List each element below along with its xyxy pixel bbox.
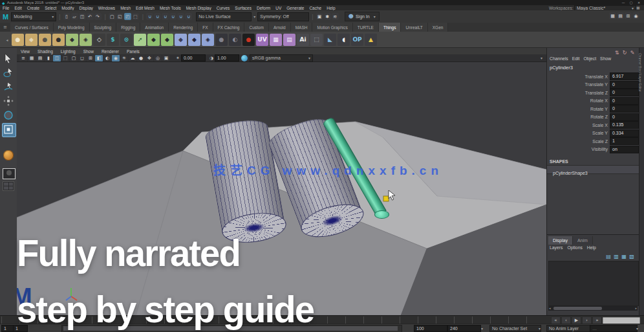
history-icon[interactable]: ≋ [332, 13, 339, 20]
window-control-button[interactable]: ▢ [627, 1, 635, 5]
shelf-tool-icon[interactable]: ◆ [175, 34, 187, 46]
exposure-icon[interactable]: ✶ [176, 56, 180, 61]
shelf-tab[interactable]: Motion Graphics [312, 23, 352, 32]
channel-value-field[interactable]: 0.334 [610, 129, 639, 137]
shelf-tool-icon[interactable]: ◆ [147, 34, 160, 46]
snap-icon[interactable]: ∪ [185, 13, 192, 20]
character-set-select[interactable]: No Character Set [489, 325, 541, 332]
shelf-tool-icon[interactable]: ◐ [229, 34, 241, 46]
menu-item[interactable]: Deform [254, 6, 273, 10]
menu-item[interactable]: Display [76, 6, 95, 10]
shelf-tool-icon[interactable]: ● [39, 34, 51, 46]
symmetry-field[interactable]: Symmetry: Off [257, 12, 309, 21]
shelf-menu-icon[interactable]: ◂ [3, 38, 12, 42]
channel-value-field[interactable]: 6.917 [610, 72, 639, 80]
file-action-icon[interactable]: ↶ [87, 13, 94, 20]
panel-menu-item[interactable]: Renderer [98, 49, 123, 54]
shelf-tool-icon[interactable]: UV [256, 34, 268, 46]
shelf-tool-icon[interactable]: ◖ [338, 34, 350, 46]
menu-item[interactable]: UV [273, 6, 284, 10]
viewport-toolbar-icon[interactable]: ◎ [154, 55, 162, 61]
window-control-button[interactable]: — [619, 1, 627, 5]
shelf-tool-icon[interactable]: ◆ [25, 34, 38, 46]
snap-icon[interactable]: ∪ [146, 13, 153, 20]
menu-item[interactable]: Windows [96, 6, 118, 10]
chevron-down-icon[interactable]: ▾ [636, 326, 638, 331]
exposure-field[interactable]: 0.00 [181, 54, 206, 61]
scroll-right-icon[interactable]: ▸ [635, 306, 637, 310]
new-layer-icon[interactable]: ▧ [628, 253, 636, 260]
window-control-button[interactable]: ✕ [635, 1, 643, 5]
chevron-down-icon[interactable]: ▾ [539, 326, 541, 331]
viewport-toolbar-icon[interactable]: ◫ [53, 55, 61, 61]
menu-item[interactable]: File [0, 6, 12, 10]
layer-editor-menu-item[interactable]: Layers [549, 245, 566, 250]
shelf-tool-icon[interactable]: ⬚ [310, 34, 323, 46]
history-icon[interactable]: ✱ [324, 13, 331, 20]
shelf-tool-icon[interactable]: ◆ [66, 34, 78, 46]
channel-box-top-icon[interactable]: ↻ [621, 49, 628, 56]
channel-value-field[interactable]: 0 [610, 81, 639, 89]
viewport-toolbar-icon[interactable]: ▦ [28, 55, 36, 61]
layer-editor-tab[interactable]: Display [548, 236, 573, 245]
viewport-toolbar-icon[interactable]: ◉ [112, 55, 120, 61]
shelf-collapse-icon[interactable]: ≡ [0, 25, 10, 30]
shelf-tab[interactable]: Custom [244, 23, 268, 32]
selection-mask-icon[interactable]: ◰ [124, 13, 131, 20]
channel-value-field[interactable]: 0 [610, 89, 639, 96]
viewport-toolbar-icon[interactable]: ✥ [145, 55, 153, 61]
shelf-tool-icon[interactable]: ◆ [188, 34, 200, 46]
layout-single-pane-button[interactable] [3, 168, 16, 179]
channel-value-field[interactable]: 1 [610, 137, 639, 145]
sidebar-tab-strip[interactable]: Channel Box / Layer Editor [639, 48, 644, 315]
menu-item[interactable]: Generate [284, 6, 306, 10]
shelf-tool-icon[interactable]: ➚ [134, 34, 146, 46]
channel-box-menu-item[interactable]: Edit [572, 56, 583, 61]
channel-value-field[interactable]: 0 [610, 105, 639, 113]
menu-item[interactable]: Modify [59, 6, 76, 10]
channel-value-field[interactable]: 0 [610, 97, 639, 105]
layer-list-area[interactable] [548, 261, 639, 306]
selection-mask-icon[interactable]: ◱ [116, 13, 123, 20]
selection-mask-icon[interactable]: ⬚ [132, 13, 139, 20]
viewport-toolbar-icon[interactable]: ▢ [70, 55, 78, 61]
range-end-field[interactable]: 240 [447, 325, 481, 332]
new-layer-icon[interactable]: ▥ [612, 253, 620, 260]
viewport-toolbar-icon[interactable]: ◧ [95, 55, 103, 61]
shelf-tab[interactable]: Animation [140, 23, 169, 32]
snap-icon[interactable]: ∪ [154, 13, 161, 20]
lasso-tool[interactable] [3, 67, 14, 78]
shelf-tab[interactable]: Arnold [269, 23, 291, 32]
menu-item[interactable]: Edit [12, 6, 24, 10]
toolbox-toggle-icon[interactable]: ⊞ [625, 12, 632, 19]
toolbox-toggle-icon[interactable]: ▤ [617, 12, 624, 19]
shelf-tab[interactable]: Poly Modeling [54, 23, 90, 32]
viewport-toolbar-icon[interactable]: ● [137, 55, 145, 61]
new-layer-icon[interactable]: ▦ [620, 253, 628, 260]
shelf-tab[interactable]: FX [198, 23, 213, 32]
channel-box-menu-item[interactable]: Show [599, 56, 614, 61]
last-tool-icon[interactable] [3, 150, 14, 160]
shelf-tool-icon[interactable]: ● [242, 34, 255, 46]
shelf-tool-icon[interactable]: ◇ [93, 34, 105, 46]
channel-object-name[interactable]: pCylinder3 [550, 65, 573, 71]
shelf-tab[interactable]: Curves / Surfaces [10, 23, 54, 32]
shelf-tool-icon[interactable]: OP [351, 34, 363, 46]
shelf-tool-icon[interactable]: ◣ [324, 34, 336, 46]
shelf-tab[interactable]: Sculpting [90, 23, 117, 32]
shape-row[interactable]: pCylinderShape3 [547, 165, 639, 174]
shelf-tool-icon[interactable]: ◈ [202, 34, 214, 46]
range-start-field[interactable]: 100 [414, 325, 447, 332]
panel-menu-item[interactable]: Lighting [57, 49, 80, 54]
shelf-tab[interactable]: XGen [428, 23, 449, 32]
panel-menu-item[interactable]: Show [80, 49, 98, 54]
paint-select-tool[interactable] [3, 82, 14, 92]
channel-box-menu-item[interactable]: Channels [549, 56, 572, 61]
shelf-tab[interactable]: Things [379, 23, 402, 32]
channel-value-field[interactable]: on [610, 146, 639, 153]
live-surface-field[interactable]: No Live Surface [196, 12, 252, 21]
layer-editor-tab[interactable]: Anim [573, 236, 593, 245]
viewport-toolbar-icon[interactable]: ≡ [19, 55, 27, 61]
sign-in-button[interactable]: ☻ Sign In ▾ [345, 12, 380, 21]
anim-layer-select[interactable]: No Anim Layer [546, 325, 590, 332]
